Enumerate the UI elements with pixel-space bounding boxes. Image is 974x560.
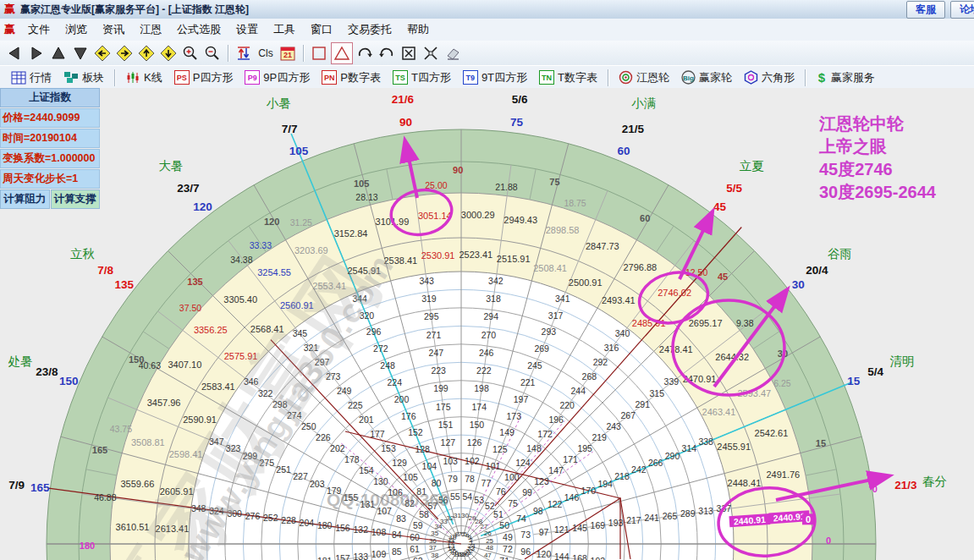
svg-text:2568.41: 2568.41 [250, 324, 284, 334]
diamond-down-icon[interactable] [158, 43, 179, 63]
menu-item-5[interactable]: 设置 [228, 23, 266, 36]
svg-text:90: 90 [399, 116, 412, 129]
svg-text:60: 60 [410, 532, 420, 542]
svg-text:198: 198 [474, 383, 489, 393]
view-button-1[interactable]: 板块 [58, 70, 110, 85]
view-button-label: K线 [144, 70, 162, 85]
svg-text:106: 106 [388, 487, 403, 497]
svg-text:2545.91: 2545.91 [347, 266, 381, 276]
menu-item-8[interactable]: 交易委托 [340, 23, 399, 36]
converge-icon[interactable] [421, 43, 441, 63]
svg-text:346: 346 [244, 376, 259, 387]
menu-item-4[interactable]: 公式选股 [169, 23, 228, 36]
view-button-3[interactable]: PSP四方形 [168, 70, 239, 85]
calc-support-button[interactable]: 计算支撑 [51, 189, 101, 209]
view-button-10[interactable]: Big赢家轮 [675, 70, 738, 85]
TN-badge-icon: TN [539, 70, 554, 85]
cls-label[interactable]: Cls [256, 43, 276, 63]
svg-text:246: 246 [479, 348, 494, 358]
svg-text:15: 15 [816, 438, 826, 448]
view-button-label: 行情 [30, 70, 52, 85]
triangle-tool-icon[interactable] [331, 42, 353, 64]
rotate-cw-icon[interactable] [355, 43, 375, 63]
range-updown-icon[interactable] [234, 43, 254, 63]
view-button-0[interactable]: 行情 [5, 70, 58, 85]
view-button-5[interactable]: PNP数字表 [316, 70, 387, 85]
diamond-left-icon[interactable] [92, 43, 113, 63]
svg-text:251: 251 [276, 464, 291, 475]
view-button-2[interactable]: K线 [119, 70, 168, 85]
svg-text:2523.41: 2523.41 [459, 250, 493, 260]
menu-item-2[interactable]: 资讯 [95, 23, 132, 36]
view-button-12[interactable]: $赢家服务 [810, 70, 881, 85]
menu-item-6[interactable]: 工具 [266, 23, 303, 36]
zoom-in-icon[interactable] [180, 43, 201, 63]
diamond-right-icon[interactable] [114, 43, 135, 63]
svg-text:223: 223 [431, 365, 446, 376]
view-button-8[interactable]: TNT数字表 [533, 70, 603, 85]
svg-text:74: 74 [516, 513, 526, 524]
annotation-line: 30度2695-2644 [819, 181, 936, 204]
forum-button[interactable]: 论坛 [950, 1, 974, 19]
svg-text:319: 319 [421, 294, 437, 304]
gann-wheel-icon [619, 70, 633, 85]
svg-text:7/9: 7/9 [8, 479, 25, 491]
svg-text:20/4: 20/4 [806, 264, 828, 277]
menu-item-9[interactable]: 帮助 [399, 23, 437, 36]
svg-text:273: 273 [326, 371, 341, 382]
menu-item-3[interactable]: 江恩 [132, 23, 169, 36]
svg-text:6.25: 6.25 [773, 378, 791, 388]
svg-text:25: 25 [486, 537, 493, 545]
app-window: 赢 赢家江恩专业版[赢家服务平台] - [上证指数 江恩轮] 客服 论坛 赢 文… [0, 0, 974, 560]
calendar-icon[interactable]: 21 [278, 43, 298, 63]
customer-service-button[interactable]: 客服 [906, 1, 945, 19]
view-button-9[interactable]: 江恩轮 [613, 70, 675, 85]
view-button-6[interactable]: TST四方形 [387, 70, 457, 85]
diamond-up-icon[interactable] [136, 43, 157, 63]
svg-text:51: 51 [493, 509, 504, 519]
svg-text:105: 105 [354, 178, 369, 189]
view-button-label: P数字表 [340, 70, 381, 85]
hexagon-icon [744, 70, 758, 85]
view-button-7[interactable]: T99T四方形 [457, 70, 533, 85]
svg-text:121: 121 [554, 524, 570, 535]
menu-item-7[interactable]: 窗口 [303, 23, 340, 36]
svg-text:21/3: 21/3 [894, 479, 917, 491]
boxed-x-icon[interactable] [399, 43, 419, 63]
PS-badge-icon: PS [174, 70, 190, 85]
view-button-4[interactable]: P99P四方形 [239, 70, 316, 85]
down-arrow-icon[interactable] [70, 43, 91, 63]
svg-text:21/6: 21/6 [392, 93, 415, 106]
svg-text:2538.41: 2538.41 [383, 255, 417, 266]
toolbar-separator [228, 45, 228, 62]
eraser-icon[interactable] [443, 43, 463, 63]
menu-item-1[interactable]: 浏览 [58, 23, 95, 36]
svg-text:170: 170 [581, 486, 597, 496]
rotate-ccw-icon[interactable] [377, 43, 397, 63]
svg-text:149: 149 [499, 427, 515, 437]
zoom-out-icon[interactable] [202, 43, 223, 63]
instrument-name: 上证指数 [0, 88, 100, 107]
svg-text:2575.91: 2575.91 [224, 351, 258, 361]
svg-text:201: 201 [359, 415, 374, 425]
svg-text:157: 157 [335, 553, 350, 560]
svg-text:23/7: 23/7 [177, 182, 199, 195]
svg-text:小满: 小满 [631, 96, 656, 110]
back-arrow-icon[interactable] [4, 43, 25, 63]
view-button-11[interactable]: 六角形 [738, 70, 801, 85]
window-title: 赢家江恩专业版[赢家服务平台] - [上证指数 江恩轮] [20, 3, 249, 17]
svg-text:152: 152 [408, 427, 423, 437]
svg-text:34.38: 34.38 [230, 255, 252, 265]
svg-text:125: 125 [493, 444, 508, 454]
toolbar-separator [114, 69, 115, 86]
menu-item-0[interactable]: 文件 [20, 23, 58, 36]
forward-arrow-icon[interactable] [26, 43, 47, 63]
up-arrow-icon[interactable] [48, 43, 69, 63]
svg-text:47: 47 [484, 552, 492, 559]
P9-badge-icon: P9 [245, 70, 260, 85]
calc-resistance-button[interactable]: 计算阻力 [0, 189, 50, 209]
svg-text:23/8: 23/8 [36, 365, 58, 378]
square-tool-icon[interactable] [309, 43, 329, 63]
svg-text:96: 96 [520, 546, 531, 557]
svg-text:109: 109 [371, 549, 387, 559]
